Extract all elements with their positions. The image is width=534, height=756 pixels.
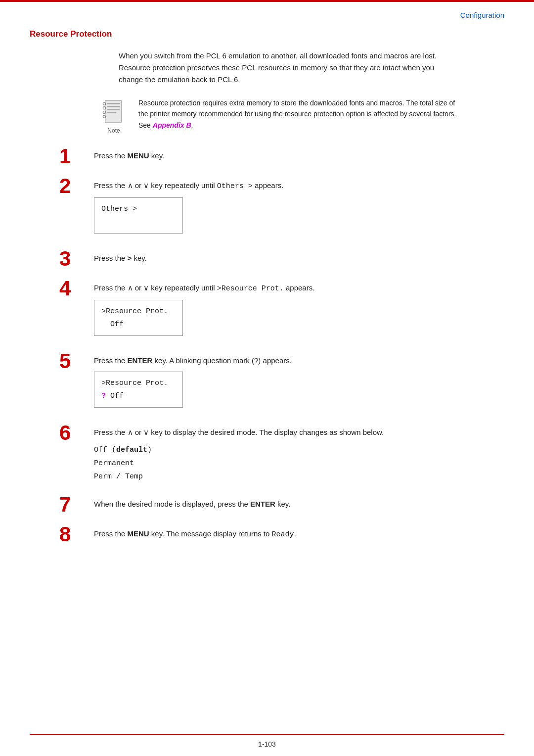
step-6: 6 Press the ∧ or ∨ key to display the de… <box>59 423 504 485</box>
step-3-number: 3 <box>59 248 94 269</box>
step-3: 3 Press the > key. <box>59 248 504 269</box>
step-4-content: Press the ∧ or ∨ key repeatedly until >R… <box>94 278 504 342</box>
step-5-number: 5 <box>59 351 94 372</box>
step-8-text: Press the MENU key. The message display … <box>94 528 504 541</box>
step-2-lcd-line1: Others > <box>101 203 176 216</box>
step-5-lcd-line1: >Resource Prot. <box>101 377 176 390</box>
step-2-number: 2 <box>59 176 94 196</box>
step-5-lcd-line2: ? Off <box>101 390 176 403</box>
option-perm-temp: Perm / Temp <box>94 470 504 483</box>
step-4-lcd: >Resource Prot. Off <box>94 300 183 336</box>
step-6-content: Press the ∧ or ∨ key to display the desi… <box>94 423 504 485</box>
step-4-text: Press the ∧ or ∨ key repeatedly until >R… <box>94 282 504 295</box>
step-6-number: 6 <box>59 423 94 443</box>
section-title: Resource Protection <box>30 29 504 39</box>
step-1-key: MENU <box>128 151 149 160</box>
step-7-key: ENTER <box>250 500 275 508</box>
step-7-text: When the desired mode is displayed, pres… <box>94 498 504 510</box>
step-4-number: 4 <box>59 278 94 299</box>
step-2-content: Press the ∧ or ∨ key repeatedly until Ot… <box>94 176 504 239</box>
step-5-text: Press the ENTER key. A blinking question… <box>94 355 504 367</box>
page-number: 1-103 <box>0 735 534 756</box>
steps-container: 1 Press the MENU key. 2 Press the ∧ or ∨… <box>59 146 504 546</box>
step-3-key: > <box>128 254 132 262</box>
step-8-content: Press the MENU key. The message display … <box>94 524 504 546</box>
step-6-text: Press the ∧ or ∨ key to display the desi… <box>94 426 504 438</box>
note-label: Note <box>107 127 120 134</box>
main-content: Resource Protection When you switch from… <box>0 24 534 574</box>
step-2: 2 Press the ∧ or ∨ key repeatedly until … <box>59 176 504 239</box>
step-3-text: Press the > key. <box>94 252 504 264</box>
option-permanent: Permanent <box>94 457 504 470</box>
note-icon-area: Note <box>94 97 134 134</box>
svg-rect-1 <box>107 103 120 104</box>
step-1-number: 1 <box>59 146 94 167</box>
svg-rect-4 <box>107 112 116 113</box>
header-section-label: Configuration <box>460 11 504 19</box>
step-5-cursor: ? <box>101 392 106 400</box>
step-8-number: 8 <box>59 524 94 545</box>
appendix-b-link[interactable]: Appendix B <box>153 121 191 129</box>
step-4-lcd-line1: >Resource Prot. <box>101 305 176 318</box>
step-1-content: Press the MENU key. <box>94 146 504 167</box>
note-text-end: . <box>191 121 193 129</box>
intro-paragraph: When you switch from the PCL 6 emulation… <box>119 50 455 86</box>
page-header: Configuration <box>0 2 534 24</box>
step-1: 1 Press the MENU key. <box>59 146 504 167</box>
option-off-default: default <box>116 446 147 454</box>
step-5-lcd: >Resource Prot. ? Off <box>94 372 183 408</box>
note-box: Note Resource protection requires extra … <box>94 97 460 134</box>
step-4-mono: >Resource Prot. <box>217 284 284 293</box>
step-2-lcd-line2 <box>101 216 176 229</box>
svg-rect-3 <box>107 109 120 110</box>
page-footer: 1-103 <box>0 734 534 756</box>
step-5-content: Press the ENTER key. A blinking question… <box>94 351 504 414</box>
step-8-key: MENU <box>128 529 149 538</box>
note-icon <box>101 99 127 125</box>
step-3-content: Press the > key. <box>94 248 504 269</box>
step-5: 5 Press the ENTER key. A blinking questi… <box>59 351 504 414</box>
note-text-content: Resource protection requires extra memor… <box>134 97 460 131</box>
step-2-text: Press the ∧ or ∨ key repeatedly until Ot… <box>94 180 504 192</box>
step-7-content: When the desired mode is displayed, pres… <box>94 494 504 515</box>
step-2-mono: Others > <box>217 182 253 190</box>
step-8: 8 Press the MENU key. The message displa… <box>59 524 504 546</box>
step-6-options: Off (default) Permanent Perm / Temp <box>94 443 504 483</box>
option-off: Off (default) <box>94 443 504 457</box>
step-5-key: ENTER <box>128 356 153 365</box>
step-7: 7 When the desired mode is displayed, pr… <box>59 494 504 515</box>
svg-rect-2 <box>107 106 120 107</box>
step-4-lcd-line2: Off <box>101 318 176 331</box>
step-2-lcd: Others > <box>94 197 183 234</box>
step-8-ready: Ready <box>272 530 294 539</box>
step-7-number: 7 <box>59 494 94 515</box>
page: Configuration Resource Protection When y… <box>0 0 534 756</box>
step-1-text: Press the MENU key. <box>94 150 504 162</box>
step-4: 4 Press the ∧ or ∨ key repeatedly until … <box>59 278 504 342</box>
